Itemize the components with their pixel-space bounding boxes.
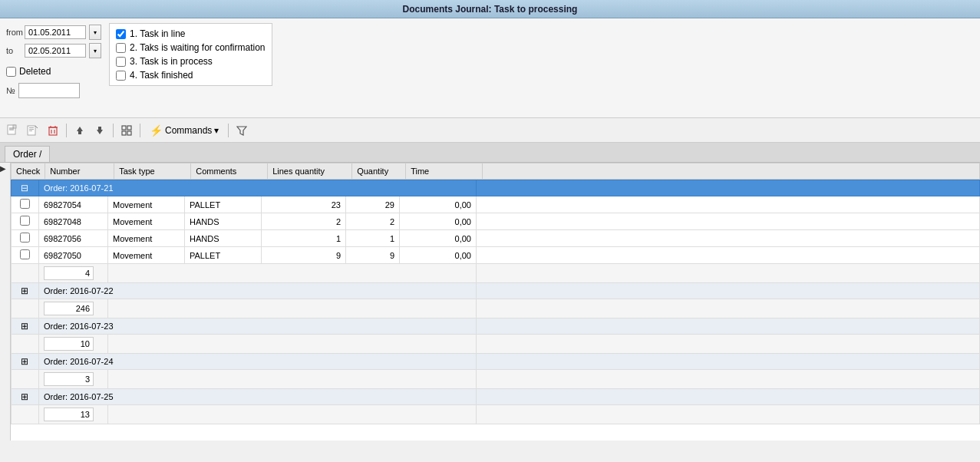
table-row[interactable]: 69827048 Movement HANDS 2 2 0,00 <box>12 213 980 230</box>
col-check: Check <box>12 163 45 180</box>
status-filter-list: 1. Task in line 2. Taks is waiting for c… <box>109 23 272 86</box>
toolbar-edit-btn[interactable] <box>25 122 41 139</box>
to-date-dropdown[interactable]: ▾ <box>89 43 101 58</box>
group-row-5[interactable]: ⊞ Order: 2016-07-25 <box>12 389 980 405</box>
toolbar-new-btn[interactable] <box>5 122 21 139</box>
to-label: to <box>6 46 21 55</box>
subtotal-4-rest <box>108 370 477 389</box>
svg-marker-15 <box>77 127 83 131</box>
svg-rect-19 <box>122 126 126 130</box>
group-5-label[interactable]: Order: 2016-07-25 <box>39 389 477 405</box>
row-2-checkbox[interactable] <box>20 216 30 226</box>
subtotal-5-input[interactable] <box>44 408 94 421</box>
order-tab[interactable]: Order / <box>5 146 50 162</box>
row-1-number: 69827054 <box>39 196 108 213</box>
commands-label: Commands <box>165 125 212 136</box>
from-date-input[interactable] <box>25 25 86 39</box>
row-4-checkbox[interactable] <box>20 249 30 259</box>
group-5-expand-icon[interactable]: ⊞ <box>21 391 28 402</box>
subtotal-1-input[interactable] <box>44 266 94 280</box>
group-4-label[interactable]: Order: 2016-07-24 <box>39 354 477 370</box>
to-date-input[interactable] <box>25 44 86 58</box>
table-header-row: Check Number Task type Comments Lines qu… <box>12 163 980 180</box>
group-2-label[interactable]: Order: 2016-07-22 <box>39 283 477 299</box>
row-4-tasktype: Movement <box>108 247 185 264</box>
row-1-checkbox[interactable] <box>20 199 30 209</box>
col-extra <box>483 163 980 180</box>
row-1-comments: PALLET <box>185 196 262 213</box>
svg-rect-6 <box>29 127 34 128</box>
toolbar-sep-4 <box>228 124 229 137</box>
status-label-3[interactable]: 3. Task is in process <box>130 56 213 67</box>
status-checkbox-4[interactable] <box>116 71 126 81</box>
table-row[interactable]: 69827050 Movement PALLET 9 9 0,00 <box>12 247 980 264</box>
filter-area: from ▾ to ▾ Deleted № 1. Task in line 2.… <box>0 18 980 118</box>
row-4-extra <box>477 247 980 264</box>
status-label-4[interactable]: 4. Task finished <box>130 70 193 81</box>
table-scroll-area[interactable]: ⊟ Order: 2016-07-21 69827054 Movement PA… <box>11 180 980 441</box>
row-3-check <box>12 230 39 247</box>
table-row[interactable]: 69827056 Movement HANDS 1 1 0,00 <box>12 230 980 247</box>
subtotal-3-rest <box>108 335 477 354</box>
group-row-1[interactable]: ⊟ Order: 2016-07-21 <box>12 180 980 196</box>
number-input[interactable] <box>18 83 80 98</box>
row-3-checkbox[interactable] <box>20 233 30 243</box>
subtotal-2-input[interactable] <box>44 302 94 315</box>
toolbar-settings-btn[interactable] <box>118 122 135 139</box>
main-content: ▶ Check Number Task type Comments Lines … <box>0 163 980 441</box>
group-5-extra <box>477 389 980 405</box>
row-4-check <box>12 247 39 264</box>
status-label-1[interactable]: 1. Task in line <box>130 28 186 39</box>
subtotal-4-check <box>12 370 39 389</box>
status-checkbox-2[interactable] <box>116 43 126 53</box>
number-section: № <box>6 83 101 98</box>
row-2-tasktype: Movement <box>108 213 185 230</box>
toolbar-down-btn[interactable] <box>91 122 108 139</box>
subtotal-2-rest <box>108 299 477 318</box>
subtotal-4-input[interactable] <box>44 372 94 386</box>
status-item-3: 3. Task is in process <box>116 56 266 67</box>
group-1-label[interactable]: Order: 2016-07-21 <box>39 180 477 196</box>
toolbar-sep-1 <box>66 124 67 137</box>
group-row-4[interactable]: ⊞ Order: 2016-07-24 <box>12 354 980 370</box>
deleted-label[interactable]: Deleted <box>19 66 51 77</box>
row-3-extra <box>477 230 980 247</box>
toolbar-delete-btn[interactable] <box>45 122 61 139</box>
subtotal-4-value <box>39 370 108 389</box>
svg-marker-17 <box>97 130 103 134</box>
subtotal-5-check <box>12 405 39 424</box>
row-2-time: 0,00 <box>400 213 477 230</box>
subtotal-row-4 <box>12 370 980 389</box>
status-checkbox-1[interactable] <box>116 29 126 39</box>
subtotal-3-check <box>12 335 39 354</box>
from-date-dropdown[interactable]: ▾ <box>89 25 101 40</box>
deleted-checkbox[interactable] <box>6 67 16 77</box>
from-date-row: from ▾ <box>6 25 101 40</box>
group-1-expand-icon[interactable]: ⊟ <box>21 183 28 193</box>
status-checkbox-3[interactable] <box>116 57 126 67</box>
col-number: Number <box>45 163 114 180</box>
row-4-qty: 9 <box>346 247 400 264</box>
group-row-3[interactable]: ⊞ Order: 2016-07-23 <box>12 318 980 335</box>
toolbar-up-btn[interactable] <box>71 122 88 139</box>
group-3-label[interactable]: Order: 2016-07-23 <box>39 318 477 335</box>
group-1-check: ⊟ <box>12 180 39 196</box>
row-4-comments: PALLET <box>185 247 262 264</box>
group-row-2[interactable]: ⊞ Order: 2016-07-22 <box>12 283 980 299</box>
subtotal-2-extra <box>477 299 980 318</box>
status-label-2[interactable]: 2. Taks is waiting for confirmation <box>130 42 266 53</box>
commands-button[interactable]: ⚡ Commands ▾ <box>145 122 223 139</box>
group-4-expand-icon[interactable]: ⊞ <box>21 356 28 367</box>
row-2-lines: 2 <box>262 213 346 230</box>
toolbar-filter-btn[interactable] <box>233 122 250 139</box>
row-4-time: 0,00 <box>400 247 477 264</box>
subtotal-3-input[interactable] <box>44 337 94 351</box>
group-2-expand-icon[interactable]: ⊞ <box>21 285 28 296</box>
group-4-check: ⊞ <box>12 354 39 370</box>
row-1-check <box>12 196 39 213</box>
table-row[interactable]: 69827054 Movement PALLET 23 29 0,00 <box>12 196 980 213</box>
group-3-expand-icon[interactable]: ⊞ <box>21 321 28 332</box>
row-1-time: 0,00 <box>400 196 477 213</box>
row-1-qty: 29 <box>346 196 400 213</box>
group-5-check: ⊞ <box>12 389 39 405</box>
